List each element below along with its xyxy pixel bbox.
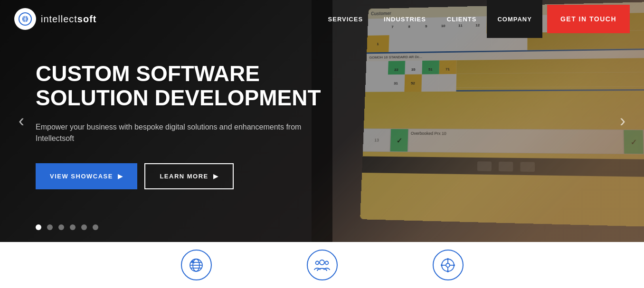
hero-buttons: VIEW SHOWCASE ▶ LEARN MORE ▶ [36, 163, 330, 189]
carousel-dots [36, 224, 98, 230]
team-icon-circle [307, 250, 338, 280]
svg-point-17 [447, 258, 449, 260]
hero-content: CUSTOM SOFTWARE SOLUTION DEVELOPMENT Emp… [36, 62, 330, 189]
carousel-prev-button[interactable]: ‹ [9, 109, 33, 133]
bottom-features-section [0, 242, 644, 288]
feature-icon-2 [307, 250, 338, 280]
svg-point-10 [325, 261, 329, 264]
carousel-dot-4[interactable] [70, 224, 76, 230]
logo-icon [14, 8, 36, 30]
svg-point-20 [453, 264, 455, 266]
carousel-dot-3[interactable] [58, 224, 64, 230]
arrow-right-icon: ▶ [213, 173, 219, 180]
hero-title: CUSTOM SOFTWARE SOLUTION DEVELOPMENT [36, 62, 330, 110]
svg-point-12 [446, 263, 450, 267]
nav-item-industries[interactable]: INDUSTRIES [373, 0, 436, 38]
carousel-next-button[interactable]: › [611, 109, 635, 133]
network-icon-circle [433, 250, 464, 280]
view-showcase-button[interactable]: VIEW SHOWCASE ▶ [36, 163, 137, 189]
nav-item-clients[interactable]: CLIENTS [436, 0, 487, 38]
svg-point-8 [320, 260, 324, 265]
navigation: SERVICES INDUSTRIES CLIENTS COMPANY GET … [318, 0, 630, 38]
svg-point-19 [441, 264, 443, 266]
logo-text: intellectsoft [41, 14, 96, 25]
carousel-dot-1[interactable] [36, 224, 41, 230]
carousel-dot-2[interactable] [47, 224, 53, 230]
carousel-dot-5[interactable] [81, 224, 87, 230]
logo[interactable]: intellectsoft [14, 8, 96, 30]
svg-point-9 [316, 261, 319, 264]
arrow-right-icon: ▶ [118, 173, 123, 180]
svg-point-18 [447, 270, 449, 272]
get-in-touch-button[interactable]: GET IN TOUCH [547, 5, 630, 33]
learn-more-button[interactable]: LEARN MORE ▶ [144, 163, 234, 189]
header: intellectsoft SERVICES INDUSTRIES CLIENT… [0, 0, 644, 38]
feature-icon-3 [433, 250, 464, 280]
hero-subtitle: Empower your business with bespoke digit… [36, 121, 330, 144]
nav-item-company[interactable]: COMPANY [487, 0, 542, 38]
nav-item-services[interactable]: SERVICES [318, 0, 374, 38]
globe-icon-circle [181, 250, 212, 280]
feature-icon-1 [181, 250, 212, 280]
carousel-dot-6[interactable] [93, 224, 98, 230]
